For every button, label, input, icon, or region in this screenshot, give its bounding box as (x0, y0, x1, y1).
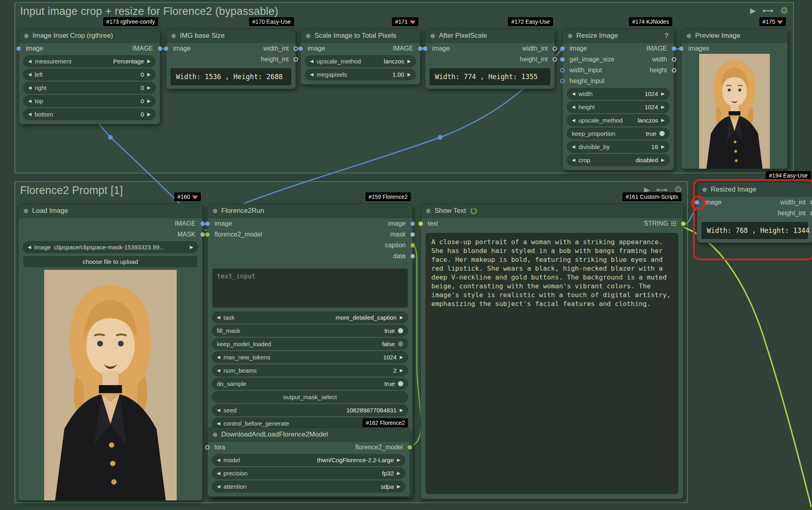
widget-measurement[interactable]: ◀ measurement Percentage ▶ (23, 55, 155, 67)
toggle-knob[interactable] (398, 328, 403, 333)
arrow-left-icon[interactable]: ◀ (572, 91, 575, 96)
collapse-dot-icon[interactable] (426, 209, 430, 213)
arrow-left-icon[interactable]: ◀ (217, 355, 220, 360)
arrow-right-icon[interactable]: ▶ (661, 104, 665, 110)
node-header[interactable]: Image Inset Crop (rgthree) (19, 29, 160, 43)
collapse-dot-icon[interactable] (24, 209, 28, 213)
caption-text-output[interactable]: A close-up portrait of a woman with a st… (426, 233, 678, 494)
widget-upscale-method[interactable]: ◀ upscale_method lanczos ▶ (305, 55, 416, 67)
group-title[interactable]: Florence2 Prompt [1] (20, 184, 123, 197)
node-load-image[interactable]: #160 Load Image IMAGE MASK ◀ image clips… (18, 204, 203, 501)
help-icon[interactable]: ? (665, 32, 669, 40)
output-port-image[interactable] (200, 221, 205, 226)
collapse-dot-icon[interactable] (24, 34, 29, 38)
output-port-height-int[interactable] (810, 211, 812, 215)
output-port-data[interactable] (410, 254, 415, 258)
arrow-right-icon[interactable]: ▶ (400, 408, 403, 413)
output-port-image[interactable] (672, 46, 676, 51)
arrow-right-icon[interactable]: ▶ (147, 98, 151, 104)
node-scale-to-total-pixels[interactable]: #171 Scale Image to Total Pixels image I… (300, 29, 420, 85)
arrow-left-icon[interactable]: ◀ (217, 315, 220, 320)
arrow-right-icon[interactable]: ▶ (408, 59, 411, 64)
play-icon[interactable]: ▶ (750, 7, 756, 14)
node-download-florence2-model[interactable]: DownloadAndLoadFlorence2Model lora flore… (207, 427, 410, 497)
output-port-mask[interactable] (200, 232, 205, 237)
widget-task[interactable]: ◀ task more_detailed_caption ▶ (212, 312, 408, 323)
node-header[interactable]: Scale Image to Total Pixels (301, 29, 420, 43)
node-header[interactable]: Florence2Run (208, 204, 412, 218)
arrow-left-icon[interactable]: ◀ (572, 157, 575, 163)
node-header[interactable]: Resize Image ? (563, 29, 674, 43)
arrow-right-icon[interactable]: ▶ (147, 112, 151, 117)
widget-height[interactable]: ◀ height 1024 ▶ (567, 101, 669, 113)
arrow-right-icon[interactable]: ▶ (190, 245, 193, 250)
toggle-knob[interactable] (398, 381, 403, 386)
arrow-left-icon[interactable]: ◀ (28, 245, 31, 250)
collapse-dot-icon[interactable] (430, 34, 435, 38)
input-port-get-image-size[interactable] (560, 57, 565, 61)
text-input-field[interactable] (212, 269, 408, 308)
input-port-height-input[interactable] (560, 79, 565, 83)
output-port-string[interactable] (681, 221, 686, 226)
widget-num-beams[interactable]: ◀ num_beams 2 ▶ (212, 365, 408, 376)
arrow-left-icon[interactable]: ◀ (217, 408, 220, 413)
widget-width[interactable]: ◀ width 1024 ▶ (567, 88, 669, 100)
arrow-left-icon[interactable]: ◀ (310, 59, 313, 64)
arrow-right-icon[interactable]: ▶ (147, 59, 151, 64)
input-port-image[interactable] (298, 46, 303, 51)
arrow-right-icon[interactable]: ▶ (397, 484, 400, 489)
collapse-dot-icon[interactable] (213, 432, 217, 437)
output-port-image[interactable] (158, 46, 162, 51)
choose-file-button[interactable]: choose file to upload (23, 255, 198, 268)
widget-megapixels[interactable]: ◀ megapixels 1.00 ▶ (305, 69, 416, 80)
group-title[interactable]: Input image crop + resize for Florence2 … (20, 5, 278, 18)
widget-upscale-method[interactable]: ◀ upscale_method lanczos ▶ (567, 114, 669, 126)
output-port-caption[interactable] (410, 243, 415, 247)
arrow-left-icon[interactable]: ◀ (28, 59, 31, 64)
output-port-florence2-model[interactable] (408, 445, 412, 449)
widget-seed[interactable]: ◀ seed 108289877084831 ▶ (212, 404, 408, 416)
arrow-right-icon[interactable]: ▶ (397, 471, 400, 476)
input-port-lora[interactable] (205, 445, 210, 449)
arrow-left-icon[interactable]: ◀ (572, 104, 575, 110)
input-port-text[interactable] (418, 221, 423, 226)
arrow-left-icon[interactable]: ◀ (28, 98, 31, 104)
node-resize-image[interactable]: #174 KJNodes Resize Image ? image IMAGE … (562, 29, 674, 170)
arrow-right-icon[interactable]: ▶ (661, 144, 665, 149)
output-port-mask[interactable] (410, 232, 415, 237)
arrow-left-icon[interactable]: ◀ (217, 484, 220, 489)
arrow-left-icon[interactable]: ◀ (217, 421, 220, 426)
output-port-image[interactable] (418, 46, 422, 51)
output-port-width-int[interactable] (553, 46, 557, 51)
arrow-left-icon[interactable]: ◀ (217, 368, 220, 373)
collapse-dot-icon[interactable] (702, 188, 707, 192)
input-port-image[interactable] (423, 46, 427, 51)
input-port-florence2-model[interactable] (205, 232, 210, 237)
node-img-base-size[interactable]: #170 Easy-Use IMG base Size image width_… (166, 29, 296, 89)
node-graph-canvas[interactable]: Input image crop + resize for Florence2 … (0, 0, 812, 510)
output-port-width-int[interactable] (810, 200, 812, 204)
output-port-height-int[interactable] (294, 57, 298, 61)
node-show-text[interactable]: #161 Custom-Scripts Show Text text STRIN… (420, 204, 683, 499)
node-header[interactable]: After PixelScale (425, 29, 555, 43)
widget-top[interactable]: ◀ top 0 ▶ (23, 95, 155, 107)
node-image-inset-crop[interactable]: #173 rgthree-comfy Image Inset Crop (rgt… (18, 29, 160, 124)
bypass-icon[interactable] (762, 8, 773, 13)
arrow-right-icon[interactable]: ▶ (397, 457, 400, 463)
widget-precision[interactable]: ◀ precision fp32 ▶ (212, 467, 405, 479)
input-port-width-input[interactable] (560, 68, 565, 72)
bypass-icon[interactable] (656, 188, 667, 192)
widget-divisible-by[interactable]: ◀ divisible_by 16 ▶ (567, 141, 669, 153)
arrow-right-icon[interactable]: ▶ (661, 157, 665, 163)
arrow-right-icon[interactable]: ▶ (400, 368, 403, 373)
input-port-image[interactable] (16, 46, 21, 51)
node-after-pixelscale[interactable]: #172 Easy-Use After PixelScale image wid… (425, 29, 555, 89)
arrow-left-icon[interactable]: ◀ (28, 72, 31, 77)
widget-bottom[interactable]: ◀ bottom 0 ▶ (23, 108, 155, 120)
collapse-dot-icon[interactable] (568, 34, 572, 38)
toggle-knob[interactable] (659, 131, 665, 136)
settings-gear-icon[interactable]: ⚙ (780, 6, 788, 15)
arrow-left-icon[interactable]: ◀ (572, 118, 575, 123)
widget-crop[interactable]: ◀ crop disabled ▶ (567, 154, 669, 166)
arrow-left-icon[interactable]: ◀ (217, 457, 220, 463)
